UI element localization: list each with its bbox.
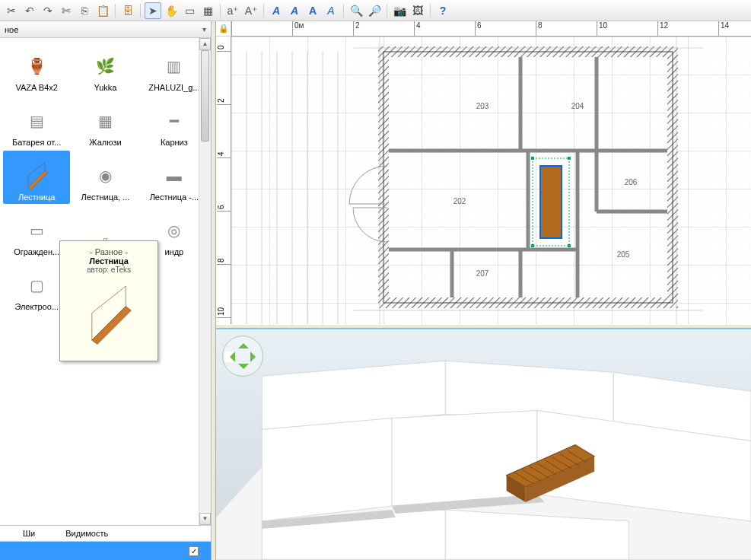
svg-line-19 — [92, 286, 126, 313]
ruler-tick: 10 — [217, 307, 231, 318]
catalog-item-7[interactable]: ◉Лестница, ... — [72, 151, 138, 204]
scroll-up-icon[interactable]: ▲ — [199, 38, 211, 50]
help-icon[interactable]: ? — [434, 2, 451, 19]
create-walls-icon[interactable]: ▭ — [181, 2, 198, 19]
paste-icon[interactable]: 📋 — [94, 2, 111, 19]
panel-icon: ▢ — [18, 269, 56, 302]
catalog-item-8[interactable]: ▬Лестница -... — [141, 151, 208, 204]
plant-icon: 🌿 — [86, 49, 124, 83]
furniture-tooltip: - Разное - Лестница автор: eTeks — [59, 240, 158, 361]
catalog-label: Жалюзи — [74, 138, 136, 147]
3d-view[interactable] — [216, 329, 751, 560]
catalog-label: Батарея от... — [5, 138, 68, 147]
dimension-icon[interactable]: A — [268, 2, 285, 19]
catalog-label: Огражден... — [5, 247, 68, 256]
rotate-right-icon[interactable] — [250, 352, 261, 362]
rail-icon: ▬ — [155, 159, 193, 192]
ruler-tick: 12 — [657, 21, 668, 36]
visibility-checkbox[interactable]: ✓ — [189, 546, 199, 556]
catalog-item-3[interactable]: ▤Батарея от... — [3, 96, 70, 149]
catalog-label: ZHALUZI_g... — [143, 83, 205, 92]
ruler-tick — [231, 21, 234, 36]
select-cursor-icon[interactable]: ➤ — [145, 2, 161, 19]
ruler-tick: 14 — [718, 21, 729, 36]
undo-icon[interactable]: ↶ — [21, 2, 38, 19]
zoom-out-icon[interactable]: 🔎 — [366, 2, 383, 19]
catalog-item-5[interactable]: ━Карниз — [141, 96, 208, 149]
text-style-icon[interactable]: A⁺ — [243, 2, 259, 19]
ruler-tick: 4 — [217, 151, 231, 158]
stairs-icon — [18, 159, 56, 192]
ruler-tick: 8 — [536, 21, 543, 36]
photo-icon[interactable]: 🖼 — [409, 2, 426, 19]
svg-marker-57 — [262, 418, 392, 521]
radiator-icon: ▤ — [18, 104, 56, 138]
ruler-tick: 6 — [217, 205, 231, 212]
ruler-tick: 8 — [217, 258, 231, 265]
svg-rect-40 — [531, 244, 534, 247]
fence-icon: ▭ — [18, 214, 56, 247]
scroll-down-icon[interactable]: ▼ — [199, 513, 211, 525]
ruler-tick: 0 — [217, 45, 231, 52]
catalog-item-1[interactable]: 🌿Yukka — [72, 41, 138, 94]
room-label: 204 — [571, 102, 584, 110]
width-column[interactable]: Ши — [23, 529, 35, 538]
catalog-item-2[interactable]: ▥ZHALUZI_g... — [141, 41, 208, 94]
catalog-item-0[interactable]: 🏺VAZA B4x2 — [3, 41, 70, 94]
svg-rect-38 — [531, 157, 534, 160]
room-label: 206 — [625, 178, 638, 186]
room-label: 203 — [476, 102, 489, 110]
copy-icon[interactable]: ⎘ — [76, 2, 93, 19]
room-label: 205 — [617, 250, 630, 259]
ruler-tick: 4 — [414, 21, 421, 36]
svg-rect-36 — [540, 166, 562, 238]
ruler-tick: 10 — [597, 21, 607, 36]
pan-hand-icon[interactable]: ✋ — [163, 2, 180, 19]
curtain-rod-icon: ━ — [155, 104, 193, 138]
zoom-in-icon[interactable]: 🔍 — [348, 2, 364, 19]
catalog-item-6[interactable]: Лестница — [3, 151, 70, 204]
text-2-icon[interactable]: A — [304, 2, 321, 19]
tooltip-thumbnail — [66, 278, 151, 355]
catalog-label: Yukka — [74, 83, 136, 92]
catalog-label: VAZA B4x2 — [5, 83, 68, 92]
plan-view: 🔒 0м2468101214 0246810 — [216, 21, 751, 324]
svg-marker-4 — [92, 307, 132, 345]
text-3-icon[interactable]: A — [323, 2, 339, 19]
cut-icon[interactable]: ✄ — [58, 2, 75, 19]
add-text-icon[interactable]: a⁺ — [224, 2, 241, 19]
tooltip-author: автор: eTeks — [66, 266, 151, 274]
tooltip-category: - Разное - — [66, 247, 151, 256]
svg-rect-39 — [568, 157, 571, 160]
svg-rect-41 — [568, 244, 571, 247]
catalog-label: Карниз — [143, 138, 205, 147]
rotate-up-icon[interactable] — [238, 338, 249, 348]
horizontal-ruler: 0м2468101214 — [231, 21, 751, 37]
furniture-row[interactable]: ✓ — [0, 542, 211, 560]
text-1-icon[interactable]: A — [286, 2, 303, 19]
vase-icon: 🏺 — [18, 49, 56, 83]
rotate-left-icon[interactable] — [224, 352, 235, 362]
cylinder-icon: ◎ — [155, 214, 193, 247]
scroll-thumb[interactable] — [201, 50, 209, 142]
camera-icon[interactable]: 📷 — [391, 2, 408, 19]
add-furniture-icon[interactable]: 🗄 — [119, 2, 136, 19]
ruler-tick: 6 — [475, 21, 482, 36]
plan-canvas[interactable]: 201 202 203 204 205 206 207 — [231, 37, 751, 324]
right-panel: 🔒 0м2468101214 0246810 — [216, 21, 751, 560]
catalog-label: Лестница, ... — [74, 192, 136, 202]
lock-icon[interactable]: 🔒 — [216, 21, 231, 37]
catalog-scrollbar[interactable]: ▲ ▼ — [199, 38, 211, 525]
main-toolbar: ✂ ↶ ↷ ✄ ⎘ 📋 🗄 ➤ ✋ ▭ ▦ a⁺ A⁺ A A A A 🔍 🔎 … — [0, 0, 751, 21]
blind2-icon: ▦ — [86, 104, 124, 138]
catalog-item-4[interactable]: ▦Жалюзи — [72, 96, 138, 149]
ruler-tick: 2 — [353, 21, 360, 36]
rotate-down-icon[interactable] — [238, 364, 249, 374]
create-room-icon[interactable]: ▦ — [199, 2, 216, 19]
visibility-column[interactable]: Видимость — [65, 529, 108, 538]
category-dropdown[interactable]: ное ▾ — [0, 21, 211, 38]
category-label: ное — [5, 25, 18, 34]
redo-icon[interactable]: ↷ — [40, 2, 56, 19]
main-split: ное ▾ 🏺VAZA B4x2🌿Yukka▥ZHALUZI_g...▤Бата… — [0, 21, 751, 560]
settings-icon[interactable]: ✂ — [3, 2, 20, 19]
